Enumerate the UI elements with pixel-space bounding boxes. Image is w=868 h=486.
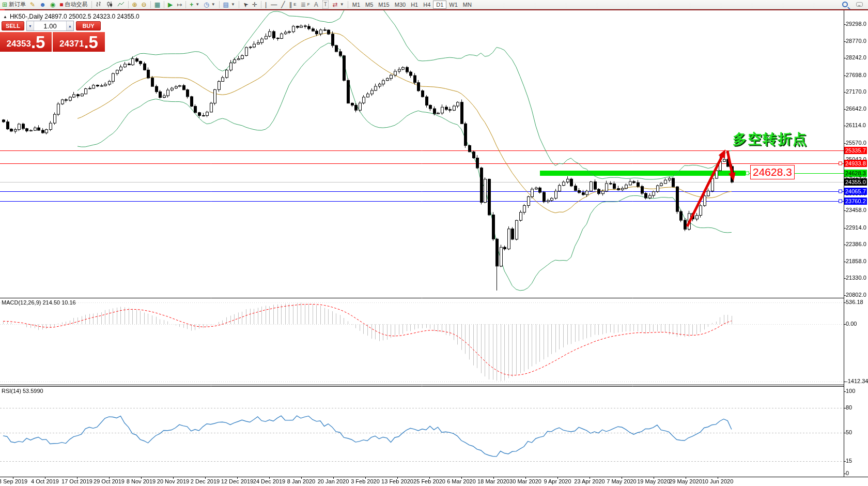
trendline-button[interactable]: ╱ <box>279 1 287 9</box>
timeframe-m30-button[interactable]: M30 <box>392 1 408 9</box>
new-order-icon: ⊞ <box>2 1 7 8</box>
price-line-label: 24355.0 <box>844 178 867 186</box>
chat-button[interactable] <box>854 1 865 9</box>
buy-price-main: 24371 <box>59 37 84 51</box>
date-axis[interactable]: 3 Sep 20194 Oct 201917 Oct 201929 Oct 20… <box>0 477 844 486</box>
autotrade-button[interactable]: ■ 自动交易 <box>57 1 89 9</box>
separator <box>150 1 151 8</box>
date-tick-label: 9 Apr 2020 <box>544 478 571 484</box>
price-tick-label: 22386.0 <box>846 241 866 247</box>
volume-input[interactable]: 1.00 <box>34 21 66 31</box>
timeframe-h4-button[interactable]: H4 <box>421 1 433 9</box>
auto-scroll-icon: ▶ <box>168 1 173 8</box>
date-tick-label: 4 Oct 2019 <box>31 478 59 484</box>
channel-button[interactable]: ∥E <box>287 1 298 9</box>
cursor-button[interactable]: ➤ <box>241 1 250 9</box>
chart-canvas[interactable] <box>0 0 868 486</box>
bar-chart-button[interactable] <box>94 1 104 9</box>
templates-button[interactable]: ▤▼ <box>221 1 237 9</box>
timeframe-m1-button[interactable]: M1 <box>350 1 363 9</box>
date-tick-label: 6 Mar 2020 <box>447 478 476 484</box>
timeframe-m5-button[interactable]: M5 <box>363 1 376 9</box>
rsi-label: RSI(14) 53.5990 <box>2 388 43 394</box>
price-line-label: 24065.7 <box>844 188 867 195</box>
separator <box>348 1 348 8</box>
bar-chart-icon <box>96 1 102 8</box>
timeframe-m15-button[interactable]: M15 <box>376 1 392 9</box>
rsi-tick-label: 0 <box>846 470 849 476</box>
vertical-line-button[interactable]: | <box>263 1 269 9</box>
crayon-button[interactable]: ✎ <box>28 1 37 9</box>
date-tick-label: 19 May 2020 <box>637 478 670 484</box>
separator <box>128 1 129 8</box>
auto-scroll-button[interactable]: ▶ <box>166 1 175 9</box>
chart-shift-button[interactable]: ↦ <box>175 1 184 9</box>
date-tick-label: 24 Dec 2019 <box>253 478 285 484</box>
crosshair-button[interactable]: ✛ <box>250 1 259 9</box>
text-button[interactable]: A <box>312 1 320 9</box>
crosshair-icon: ✛ <box>252 1 257 8</box>
indicators-icon: + <box>190 1 193 8</box>
zoom-out-button[interactable]: ⊖ <box>140 1 149 9</box>
buy-price-frac: .5 <box>84 34 98 51</box>
text-label-button[interactable]: T <box>320 1 331 9</box>
signal-button[interactable]: ◉ <box>48 1 57 9</box>
channel-icon: ∥ <box>289 1 292 8</box>
volume-stepper: ▼ 1.00 ▲ <box>26 21 74 31</box>
arrows-icon: ⇄ <box>333 1 338 8</box>
rsi-tick-label: 15 <box>846 458 852 464</box>
tile-windows-button[interactable]: ▦ <box>152 1 162 9</box>
band-price-label: 24628.3 <box>844 170 867 177</box>
timeframe-d1-button[interactable]: D1 <box>433 1 446 9</box>
price-tick-label: 28242.0 <box>846 54 866 60</box>
sell-price-frac: .5 <box>31 34 45 51</box>
buy-button[interactable]: BUY <box>76 21 101 31</box>
autotrade-label: 自动交易 <box>65 1 88 8</box>
sell-button[interactable]: SELL <box>2 21 24 31</box>
timeframe-w1-button[interactable]: W1 <box>446 1 460 9</box>
templates-icon: ▤ <box>223 1 229 8</box>
timeframe-mn-button[interactable]: MN <box>460 1 474 9</box>
macd-tick-label: -1412.34 <box>846 378 868 384</box>
signal-icon: ◉ <box>50 1 55 8</box>
arrows-button[interactable]: ⇄▼ <box>331 1 346 9</box>
separator <box>91 1 92 8</box>
date-tick-label: 20 Nov 2019 <box>157 478 189 484</box>
new-order-button[interactable]: ⊞ 新订单 <box>0 1 28 9</box>
date-tick-label: 20 Jan 2020 <box>318 478 349 484</box>
indicators-button[interactable]: +▼ <box>188 1 202 9</box>
horizontal-line-button[interactable]: — <box>269 1 279 9</box>
rsi-tick-label: 80 <box>846 404 852 411</box>
price-tick-label: 26642.0 <box>846 105 866 112</box>
buy-price-button[interactable]: 24371.5 <box>53 32 105 52</box>
line-chart-button[interactable] <box>115 1 127 9</box>
date-tick-label: 23 Apr 2020 <box>574 478 605 484</box>
volume-increase-button[interactable]: ▲ <box>66 21 73 31</box>
chart-shift-icon: ↦ <box>177 1 182 8</box>
vertical-line-icon: | <box>265 1 267 8</box>
zoom-in-icon: ⊕ <box>132 1 137 8</box>
date-tick-label: 3 Sep 2019 <box>0 478 27 484</box>
zoom-in-button[interactable]: ⊕ <box>130 1 140 9</box>
price-axis[interactable]: 29298.028770.028242.027698.027170.026642… <box>844 10 868 477</box>
rsi-tick-label: 100 <box>846 388 855 394</box>
timeframe-h1-button[interactable]: H1 <box>408 1 421 9</box>
turning-point-annotation: 多空转折点 <box>733 130 808 148</box>
publisher-button[interactable]: ☻ <box>37 1 48 9</box>
periods-button[interactable]: ◷▼ <box>202 1 217 9</box>
level-price-callout: 24628.3 <box>750 165 795 179</box>
volume-decrease-button[interactable]: ▼ <box>27 21 34 31</box>
date-tick-label: 8 Jan 2020 <box>287 478 315 484</box>
candlestick-chart-icon <box>106 1 113 8</box>
search-button[interactable] <box>840 1 850 9</box>
sell-price-button[interactable]: 24353.5 <box>0 32 52 52</box>
date-tick-label: 7 May 2020 <box>607 478 636 484</box>
candlestick-chart-button[interactable] <box>104 1 115 9</box>
mt4-window: ⊞ 新订单 ✎ ☻ ◉ ■ 自动交易 ⊕ ⊖ ▦ ▶ ↦ +▼ ◷▼ ▤▼ ➤ … <box>0 0 868 486</box>
chart-window-top-border <box>0 9 868 10</box>
fibonacci-button[interactable]: ≣F <box>299 1 312 9</box>
zoom-out-icon: ⊖ <box>142 1 147 8</box>
one-click-collapse-icon[interactable]: ▲ <box>3 14 7 19</box>
date-tick-label: 2 Dec 2019 <box>191 478 220 484</box>
macd-tick-label: 536.18 <box>846 299 863 305</box>
